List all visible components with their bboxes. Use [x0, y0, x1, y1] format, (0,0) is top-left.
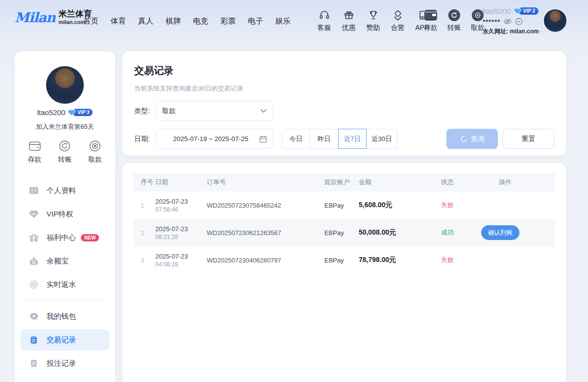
- new-badge: NEW: [81, 234, 99, 241]
- profile-avatar[interactable]: [46, 66, 84, 104]
- row-order-number: WD202507230406280797: [207, 257, 324, 264]
- row-amount: 5,608.00元: [359, 201, 441, 210]
- query-button[interactable]: 查询: [446, 129, 498, 149]
- table-header: 序号 日期 订单号 提款账户 金额 状态 操作: [133, 173, 555, 191]
- withdraw-icon: [472, 9, 484, 22]
- customer-service-button[interactable]: 客服: [316, 9, 332, 32]
- quick-date-7days[interactable]: 近7日: [338, 129, 367, 149]
- transfer-button[interactable]: 转账: [446, 9, 463, 32]
- sponsor-button[interactable]: 赞助: [365, 9, 381, 32]
- affiliate-button[interactable]: 合营: [390, 9, 406, 32]
- table-row: 2 2025-07-2306:21:26 WD20250723062126356…: [133, 219, 555, 246]
- row-order-number: WD202507230621263567: [207, 229, 324, 237]
- withdraw-outline-icon: [88, 140, 102, 152]
- vip-diamond-icon: [514, 8, 521, 15]
- promotions-button[interactable]: 优惠: [341, 9, 357, 32]
- vip-diamond-icon: [68, 109, 75, 116]
- profile-vip-badge: VIP 3: [68, 109, 93, 116]
- row-date: 2025-07-23: [155, 225, 207, 233]
- confirm-receipt-button[interactable]: 确认到账: [481, 225, 519, 240]
- sidebar-item-wallet[interactable]: 我的钱包: [21, 306, 109, 327]
- nav-sports[interactable]: 体育: [111, 16, 126, 26]
- row-account: EBPay: [324, 257, 359, 264]
- sidebar-menu: 个人资料 VIP特权 福利中心 NEW 余额宝 实时返水 我的钱包 交易记录: [15, 178, 115, 376]
- search-icon: [540, 28, 541, 35]
- transaction-record-icon: [29, 335, 39, 344]
- money-bag-icon: [29, 257, 39, 265]
- menu-divider: [24, 300, 106, 301]
- balance-expand-icon[interactable]: [515, 18, 523, 25]
- row-order-number: WD202507230758465242: [207, 202, 324, 209]
- sidebar-item-rebate[interactable]: 实时返水: [21, 274, 109, 295]
- gift-icon: [343, 9, 355, 22]
- table-row: 3 2025-07-2304:06:28 WD20250723040628079…: [133, 246, 555, 274]
- sidebar-item-yuebao[interactable]: 余额宝: [21, 250, 109, 272]
- deposit-wallet-icon: [424, 9, 437, 22]
- date-range-input[interactable]: 2025-07-19 ~ 2025-07-25: [156, 129, 273, 149]
- row-status: 失败: [441, 201, 499, 210]
- transaction-filter-card: 交易记录 当前系统支持查询最近30日的交易记录 类型: 取款 日期: 2025-…: [122, 51, 566, 156]
- row-status: 失败: [441, 256, 499, 264]
- gift-box-icon: [29, 233, 39, 242]
- nav-esports[interactable]: 电竞: [193, 16, 208, 26]
- top-header: Milan 米兰体育 milan.com 首页 体育 真人 棋牌 电竞 彩票 电…: [0, 0, 588, 44]
- type-select[interactable]: 取款: [156, 101, 273, 121]
- header-action-icons: 客服 优惠 赞助 合营 APP: [316, 9, 430, 32]
- username[interactable]: ltao5200: [483, 7, 511, 15]
- nav-home[interactable]: 首页: [83, 16, 98, 26]
- profile-sidebar: ltao5200 VIP 3 加入米兰体育第65天 存款 转账 取款 个人资料 …: [15, 51, 115, 382]
- quick-date-today[interactable]: 今日: [282, 129, 310, 149]
- sidebar-withdraw-button[interactable]: 取款: [88, 136, 102, 164]
- transfer-outline-icon: [58, 140, 72, 152]
- sidebar-item-welfare[interactable]: 福利中心 NEW: [21, 227, 109, 248]
- row-date: 2025-07-23: [155, 198, 207, 205]
- wallet-action-icons: 存款 转账 取款: [422, 9, 486, 32]
- date-filter-label: 日期:: [134, 135, 156, 143]
- row-time: 04:06:28: [155, 261, 207, 268]
- row-amount: 50,008.00元: [359, 228, 441, 237]
- row-time: 07:58:46: [155, 206, 207, 213]
- user-avatar[interactable]: [543, 8, 567, 33]
- id-card-icon: [29, 186, 39, 195]
- partnership-icon: [392, 9, 404, 22]
- sidebar-item-profile[interactable]: 个人资料: [21, 180, 109, 201]
- loading-spinner-icon: [460, 135, 467, 143]
- bet-record-icon: [29, 359, 39, 368]
- my-wallet-icon: [29, 312, 39, 321]
- deposit-button[interactable]: 存款: [422, 9, 439, 32]
- nav-lottery[interactable]: 彩票: [220, 16, 236, 26]
- row-account: EBPay: [324, 229, 359, 237]
- nav-cards[interactable]: 棋牌: [166, 16, 181, 26]
- wallet-outline-icon: [28, 140, 42, 152]
- sidebar-item-bets[interactable]: 投注记录: [21, 353, 109, 374]
- vip-gem-icon: [29, 210, 39, 218]
- row-time: 06:21:26: [155, 234, 207, 240]
- sidebar-item-transactions[interactable]: 交易记录: [21, 329, 109, 351]
- reset-button[interactable]: 重置: [503, 129, 554, 149]
- permanent-url[interactable]: 永久网址: milan.com: [483, 27, 541, 36]
- sidebar-transfer-button[interactable]: 转账: [58, 136, 72, 164]
- profile-username: ltao5200: [37, 108, 66, 117]
- calendar-icon: [259, 135, 267, 143]
- quick-date-30days[interactable]: 近30日: [367, 129, 397, 149]
- transaction-table-card: 序号 日期 订单号 提款账户 金额 状态 操作 1 2025-07-2307:5…: [122, 163, 566, 382]
- row-amount: 78,798.00元: [359, 256, 441, 264]
- nav-live[interactable]: 真人: [138, 16, 153, 26]
- nav-slots[interactable]: 电子: [248, 16, 263, 26]
- join-days-text: 加入米兰体育第65天: [15, 122, 115, 131]
- headset-icon: [318, 9, 330, 22]
- table-row: 1 2025-07-2307:58:46 WD20250723075846524…: [133, 191, 555, 219]
- nav-entertainment[interactable]: 娱乐: [275, 16, 291, 26]
- sidebar-item-vip[interactable]: VIP特权: [21, 203, 109, 225]
- eye-off-icon[interactable]: [503, 18, 512, 25]
- quick-date-group: 今日 昨日 近7日 近30日: [282, 129, 397, 149]
- brand-logo[interactable]: Milan 米兰体育 milan.com: [15, 10, 92, 25]
- transfer-icon: [448, 9, 460, 22]
- row-date: 2025-07-23: [155, 253, 207, 260]
- logo-script-text: Milan: [15, 10, 55, 25]
- quick-date-yesterday[interactable]: 昨日: [310, 129, 339, 149]
- vip-badge: VIP 3: [514, 7, 539, 15]
- masked-balance: ******: [483, 18, 500, 25]
- sidebar-deposit-button[interactable]: 存款: [28, 136, 42, 164]
- row-account: EBPay: [324, 202, 359, 209]
